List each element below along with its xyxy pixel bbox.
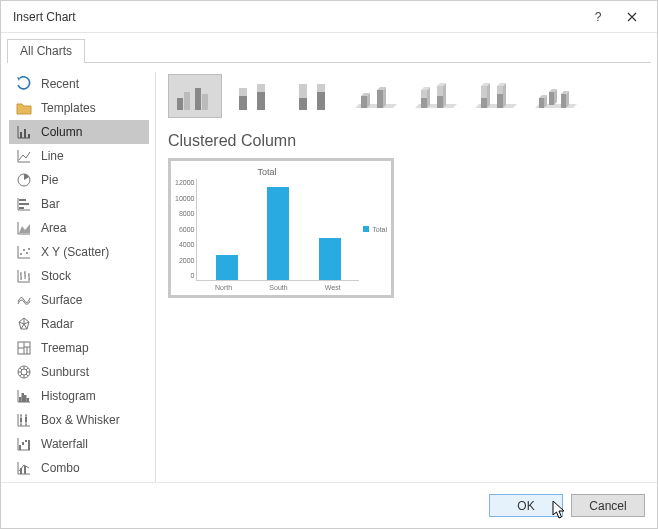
sidebar-item-label: Waterfall bbox=[41, 437, 145, 451]
svg-rect-16 bbox=[24, 395, 27, 402]
bar-icon bbox=[15, 195, 33, 213]
sidebar-item-label: Templates bbox=[41, 101, 145, 115]
svg-rect-28 bbox=[195, 88, 201, 110]
histogram-icon bbox=[15, 387, 33, 405]
chart-type-list: Recent Templates Column Line Pie bbox=[9, 72, 149, 482]
svg-rect-4 bbox=[19, 199, 26, 201]
stacked-column-icon bbox=[233, 78, 277, 114]
sidebar-item-histogram[interactable]: Histogram bbox=[9, 384, 149, 408]
subtype-3d-stacked-column[interactable] bbox=[408, 74, 462, 118]
subtype-stacked-column[interactable] bbox=[228, 74, 282, 118]
subtype-3d-100-stacked-column[interactable] bbox=[468, 74, 522, 118]
surface-icon bbox=[15, 291, 33, 309]
sidebar-item-xy-scatter[interactable]: X Y (Scatter) bbox=[9, 240, 149, 264]
svg-point-10 bbox=[28, 248, 30, 250]
line-icon bbox=[15, 147, 33, 165]
svg-point-7 bbox=[20, 253, 22, 255]
waterfall-icon bbox=[15, 435, 33, 453]
treemap-icon bbox=[15, 339, 33, 357]
svg-rect-22 bbox=[25, 440, 27, 442]
bar-north bbox=[216, 255, 238, 280]
svg-point-9 bbox=[26, 252, 28, 254]
column-icon bbox=[15, 123, 33, 141]
subtype-clustered-column[interactable] bbox=[168, 74, 222, 118]
sidebar-item-templates[interactable]: Templates bbox=[9, 96, 149, 120]
sidebar-item-label: Pie bbox=[41, 173, 145, 187]
sidebar-item-stock[interactable]: Stock bbox=[9, 264, 149, 288]
3d-stacked-column-icon bbox=[413, 78, 457, 114]
cancel-button[interactable]: Cancel bbox=[571, 494, 645, 517]
chart-legend: Total bbox=[363, 167, 387, 291]
ok-button[interactable]: OK bbox=[489, 494, 563, 517]
close-button[interactable] bbox=[615, 5, 649, 29]
sidebar-item-combo[interactable]: Combo bbox=[9, 456, 149, 480]
sidebar-item-label: X Y (Scatter) bbox=[41, 245, 145, 259]
sidebar-item-radar[interactable]: Radar bbox=[9, 312, 149, 336]
chart-preview[interactable]: Total 12000 10000 8000 6000 4000 2000 0 bbox=[168, 158, 394, 298]
subtype-3d-column[interactable] bbox=[528, 74, 582, 118]
sidebar-item-treemap[interactable]: Treemap bbox=[9, 336, 149, 360]
svg-rect-37 bbox=[317, 92, 325, 110]
recent-icon bbox=[15, 75, 33, 93]
svg-rect-23 bbox=[28, 440, 30, 450]
chart-preview-body: Total 12000 10000 8000 6000 4000 2000 0 bbox=[175, 167, 359, 291]
sidebar-item-recent[interactable]: Recent bbox=[9, 72, 149, 96]
tabbar: All Charts bbox=[1, 33, 657, 63]
sidebar-item-label: Histogram bbox=[41, 389, 145, 403]
sidebar-item-label: Radar bbox=[41, 317, 145, 331]
y-axis: 12000 10000 8000 6000 4000 2000 0 bbox=[175, 179, 196, 291]
svg-rect-33 bbox=[257, 84, 265, 92]
svg-rect-21 bbox=[22, 442, 24, 445]
sidebar-item-column[interactable]: Column bbox=[9, 120, 149, 144]
sidebar-item-label: Stock bbox=[41, 269, 145, 283]
sidebar-item-label: Combo bbox=[41, 461, 145, 475]
sidebar-item-label: Bar bbox=[41, 197, 145, 211]
svg-rect-32 bbox=[257, 92, 265, 110]
svg-rect-1 bbox=[24, 129, 26, 138]
svg-rect-15 bbox=[22, 393, 25, 402]
svg-rect-6 bbox=[19, 207, 24, 209]
subtype-100-stacked-column[interactable] bbox=[288, 74, 342, 118]
plot-area bbox=[196, 179, 359, 281]
pie-icon bbox=[15, 171, 33, 189]
sidebar-item-sunburst[interactable]: Sunburst bbox=[9, 360, 149, 384]
svg-rect-25 bbox=[24, 466, 26, 474]
subtype-3d-clustered-column[interactable] bbox=[348, 74, 402, 118]
svg-rect-19 bbox=[25, 417, 27, 422]
sidebar-item-label: Box & Whisker bbox=[41, 413, 145, 427]
3d-clustered-column-icon bbox=[353, 78, 397, 114]
sidebar-item-label: Surface bbox=[41, 293, 145, 307]
svg-rect-14 bbox=[19, 397, 22, 402]
svg-rect-0 bbox=[20, 132, 22, 138]
sidebar-item-box-whisker[interactable]: Box & Whisker bbox=[9, 408, 149, 432]
help-button[interactable]: ? bbox=[581, 5, 615, 29]
close-icon bbox=[627, 12, 637, 22]
3d-column-icon bbox=[533, 78, 577, 114]
sidebar-item-bar[interactable]: Bar bbox=[9, 192, 149, 216]
dialog-body: Recent Templates Column Line Pie bbox=[1, 64, 657, 482]
svg-rect-30 bbox=[239, 96, 247, 110]
window-title: Insert Chart bbox=[13, 10, 581, 24]
tab-all-charts[interactable]: All Charts bbox=[7, 39, 85, 63]
boxwhisker-icon bbox=[15, 411, 33, 429]
svg-rect-18 bbox=[20, 418, 22, 422]
svg-rect-27 bbox=[184, 92, 190, 110]
svg-rect-20 bbox=[19, 445, 21, 450]
sidebar-item-line[interactable]: Line bbox=[9, 144, 149, 168]
xy-icon bbox=[15, 243, 33, 261]
clustered-column-icon bbox=[173, 78, 217, 114]
bar-south bbox=[267, 187, 289, 280]
sidebar-item-pie[interactable]: Pie bbox=[9, 168, 149, 192]
svg-rect-35 bbox=[299, 98, 307, 110]
sidebar-item-area[interactable]: Area bbox=[9, 216, 149, 240]
svg-rect-5 bbox=[19, 203, 29, 205]
sidebar-item-label: Sunburst bbox=[41, 365, 145, 379]
sidebar-item-waterfall[interactable]: Waterfall bbox=[9, 432, 149, 456]
legend-label: Total bbox=[372, 226, 387, 233]
templates-icon bbox=[15, 99, 33, 117]
sidebar-item-surface[interactable]: Surface bbox=[9, 288, 149, 312]
stock-icon bbox=[15, 267, 33, 285]
titlebar: Insert Chart ? bbox=[1, 1, 657, 33]
sidebar-item-label: Recent bbox=[41, 77, 145, 91]
sidebar-item-label: Area bbox=[41, 221, 145, 235]
